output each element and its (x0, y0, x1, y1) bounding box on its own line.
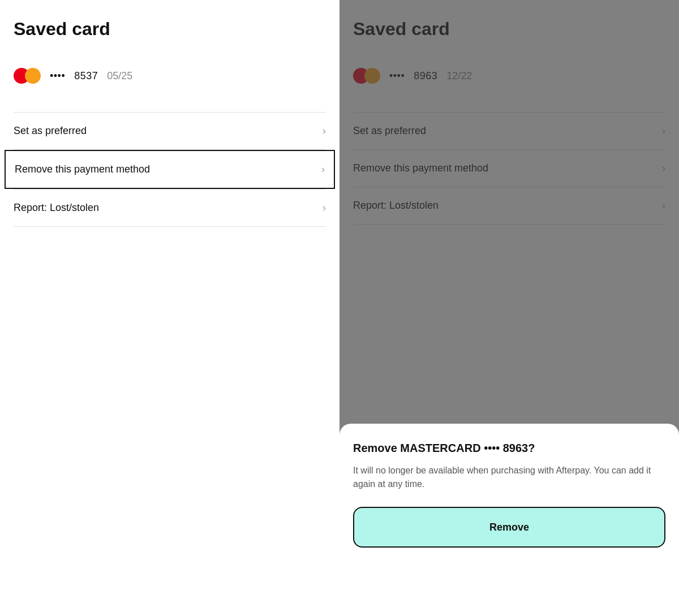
left-page-title: Saved card (14, 18, 326, 40)
left-menu-item-report[interactable]: Report: Lost/stolen › (14, 189, 326, 226)
left-menu-label-report: Report: Lost/stolen (14, 202, 99, 214)
left-panel: Saved card •••• 8537 05/25 Set as prefer… (0, 0, 340, 616)
chevron-icon-report-left: › (323, 202, 326, 214)
left-menu-item-set-preferred[interactable]: Set as preferred › (14, 113, 326, 149)
left-menu-item-remove[interactable]: Remove this payment method › (5, 150, 335, 189)
left-menu-section: Set as preferred › Remove this payment m… (14, 113, 326, 227)
bottom-sheet-description: It will no longer be available when purc… (353, 464, 665, 491)
chevron-icon-remove-left: › (321, 163, 325, 175)
bottom-sheet-title: Remove MASTERCARD •••• 8963? (353, 442, 665, 455)
divider-3-left (14, 226, 326, 227)
right-panel: Saved card •••• 8963 12/22 Set as prefer… (340, 0, 679, 616)
dim-overlay (340, 0, 679, 435)
left-menu-label-remove: Remove this payment method (15, 163, 150, 175)
mastercard-orange-circle (25, 68, 41, 84)
left-card-dots: •••• (50, 70, 65, 82)
remove-button[interactable]: Remove (353, 507, 665, 548)
left-card-last4: 8537 (74, 70, 98, 82)
chevron-icon-set-preferred-left: › (323, 125, 326, 137)
mastercard-logo-left (14, 67, 41, 85)
left-card-expiry: 05/25 (107, 70, 132, 82)
left-card-info: •••• 8537 05/25 (14, 58, 326, 94)
bottom-sheet: Remove MASTERCARD •••• 8963? It will no … (340, 424, 679, 616)
left-menu-label-set-preferred: Set as preferred (14, 125, 87, 137)
